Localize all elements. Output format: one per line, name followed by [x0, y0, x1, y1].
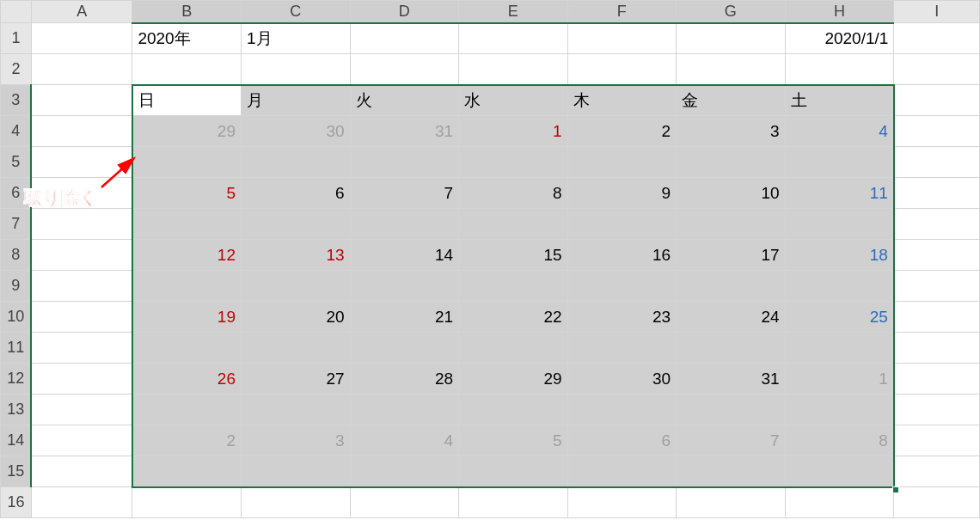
- cell-H14[interactable]: 8: [785, 425, 894, 456]
- cell-B11[interactable]: [132, 333, 242, 364]
- cell-I3[interactable]: [894, 85, 980, 116]
- cell-D1[interactable]: [350, 23, 459, 54]
- cell-F4[interactable]: 2: [567, 116, 677, 147]
- cell-E1[interactable]: [459, 23, 568, 54]
- cell-C1[interactable]: 1月: [242, 23, 351, 54]
- cell-H11[interactable]: [785, 333, 894, 364]
- col-header-A[interactable]: A: [31, 1, 132, 23]
- cell-F12[interactable]: 30: [567, 364, 677, 394]
- cell-I14[interactable]: [894, 425, 980, 456]
- cell-H8[interactable]: 18: [785, 240, 894, 271]
- cell-C4[interactable]: 30: [242, 116, 351, 147]
- cell-A2[interactable]: [31, 54, 132, 85]
- cell-A7[interactable]: [31, 209, 132, 240]
- cell-B12[interactable]: 26: [132, 364, 242, 394]
- cell-C9[interactable]: [242, 271, 351, 302]
- cell-C3[interactable]: 月: [242, 85, 351, 116]
- cell-I13[interactable]: [894, 394, 980, 425]
- cell-A12[interactable]: [31, 364, 132, 394]
- cell-B5[interactable]: [132, 147, 242, 178]
- cell-B4[interactable]: 29: [132, 116, 242, 147]
- cell-C15[interactable]: [242, 456, 351, 487]
- row-header-4[interactable]: 4: [1, 116, 32, 147]
- cell-I11[interactable]: [894, 333, 980, 364]
- cell-D5[interactable]: [350, 147, 459, 178]
- cell-E10[interactable]: 22: [459, 302, 568, 333]
- cell-H2[interactable]: [785, 54, 894, 85]
- cell-D4[interactable]: 31: [350, 116, 459, 147]
- cell-H1[interactable]: 2020/1/1: [785, 23, 894, 54]
- row-header-14[interactable]: 14: [1, 425, 32, 456]
- row-header-2[interactable]: 2: [1, 54, 32, 85]
- cell-B16[interactable]: [132, 487, 242, 518]
- cell-I10[interactable]: [894, 302, 980, 333]
- cell-C2[interactable]: [242, 54, 351, 85]
- cell-G6[interactable]: 10: [677, 178, 786, 209]
- row-header-13[interactable]: 13: [1, 394, 32, 425]
- cell-G11[interactable]: [677, 333, 786, 364]
- row-header-9[interactable]: 9: [1, 271, 32, 302]
- cell-D16[interactable]: [350, 487, 459, 518]
- cell-H10[interactable]: 25: [785, 302, 894, 333]
- cell-E4[interactable]: 1: [459, 116, 568, 147]
- cell-D11[interactable]: [350, 333, 459, 364]
- cell-B8[interactable]: 12: [132, 240, 242, 271]
- cell-D12[interactable]: 28: [350, 364, 459, 394]
- cell-D2[interactable]: [350, 54, 459, 85]
- cell-B13[interactable]: [132, 394, 242, 425]
- cell-F8[interactable]: 16: [567, 240, 677, 271]
- cell-G16[interactable]: [677, 487, 786, 518]
- col-header-C[interactable]: C: [242, 1, 351, 23]
- cell-C6[interactable]: 6: [242, 178, 351, 209]
- cell-H16[interactable]: [785, 487, 894, 518]
- cell-E14[interactable]: 5: [459, 425, 568, 456]
- cell-C8[interactable]: 13: [242, 240, 351, 271]
- cell-D14[interactable]: 4: [350, 425, 459, 456]
- cell-E7[interactable]: [459, 209, 568, 240]
- cell-A3[interactable]: [31, 85, 132, 116]
- cell-E2[interactable]: [459, 54, 568, 85]
- col-header-I[interactable]: I: [894, 1, 980, 23]
- cell-G8[interactable]: 17: [677, 240, 786, 271]
- row-header-12[interactable]: 12: [1, 364, 32, 394]
- cell-B1[interactable]: 2020年: [132, 23, 242, 54]
- cell-I15[interactable]: [894, 456, 980, 487]
- cell-B2[interactable]: [132, 54, 242, 85]
- cell-C13[interactable]: [242, 394, 351, 425]
- cell-F7[interactable]: [567, 209, 677, 240]
- selection-fill-handle[interactable]: [892, 486, 899, 493]
- cell-I2[interactable]: [894, 54, 980, 85]
- cell-H12[interactable]: 1: [785, 364, 894, 394]
- cell-E12[interactable]: 29: [459, 364, 568, 394]
- cell-E3[interactable]: 水: [459, 85, 568, 116]
- cell-I8[interactable]: [894, 240, 980, 271]
- cell-D9[interactable]: [350, 271, 459, 302]
- row-header-11[interactable]: 11: [1, 333, 32, 364]
- cell-G10[interactable]: 24: [677, 302, 786, 333]
- grid[interactable]: A B C D E F G H I 1 2020年 1月 2020/1/1 2: [0, 0, 980, 518]
- row-header-5[interactable]: 5: [1, 147, 32, 178]
- cell-C10[interactable]: 20: [242, 302, 351, 333]
- cell-I9[interactable]: [894, 271, 980, 302]
- cell-H4[interactable]: 4: [785, 116, 894, 147]
- cell-F15[interactable]: [567, 456, 677, 487]
- col-header-H[interactable]: H: [785, 1, 894, 23]
- cell-D7[interactable]: [350, 209, 459, 240]
- cell-C11[interactable]: [242, 333, 351, 364]
- cell-C7[interactable]: [242, 209, 351, 240]
- cell-I1[interactable]: [894, 23, 980, 54]
- cell-G7[interactable]: [677, 209, 786, 240]
- row-header-10[interactable]: 10: [1, 302, 32, 333]
- cell-D6[interactable]: 7: [350, 178, 459, 209]
- cell-E8[interactable]: 15: [459, 240, 568, 271]
- cell-A8[interactable]: [31, 240, 132, 271]
- cell-H9[interactable]: [785, 271, 894, 302]
- cell-B14[interactable]: 2: [132, 425, 242, 456]
- cell-F6[interactable]: 9: [567, 178, 677, 209]
- row-header-3[interactable]: 3: [1, 85, 32, 116]
- cell-D13[interactable]: [350, 394, 459, 425]
- spreadsheet[interactable]: A B C D E F G H I 1 2020年 1月 2020/1/1 2: [0, 0, 980, 518]
- cell-A15[interactable]: [31, 456, 132, 487]
- cell-B6[interactable]: 5: [132, 178, 242, 209]
- cell-E16[interactable]: [459, 487, 568, 518]
